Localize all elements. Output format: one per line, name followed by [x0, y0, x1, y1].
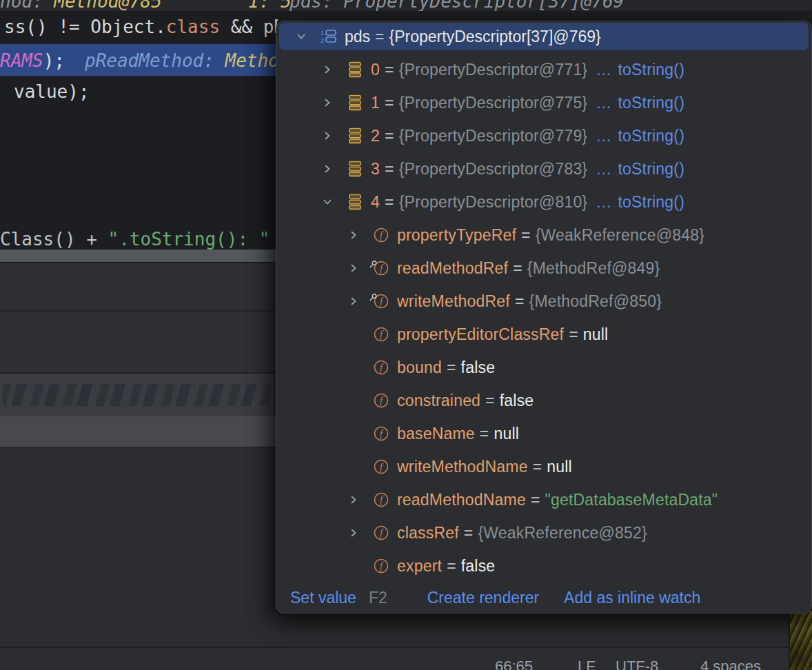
set-value-link[interactable]: Set value: [290, 589, 356, 607]
field-icon: f: [371, 456, 392, 477]
svg-text:f: f: [380, 230, 384, 241]
variable-value: {WeakReference@852}: [478, 524, 647, 542]
variable-name: 0: [371, 61, 380, 79]
variable-name: bound: [397, 358, 442, 377]
variable-value: "getDatabaseMetaData": [545, 491, 718, 509]
tree-row[interactable]: fexpert=false: [276, 549, 811, 582]
chevron-placeholder: [346, 360, 361, 375]
variable-tree-rows: 0={PropertyDescriptor@771}…toString()1={…: [276, 53, 811, 582]
tree-row[interactable]: fpropertyEditorClassRef=null: [276, 318, 811, 351]
variable-value: {PropertyDescriptor@783}: [399, 160, 588, 179]
collapsed-ellipsis: …: [596, 193, 611, 212]
collapsed-ellipsis: …: [596, 160, 611, 179]
variable-name: 4: [371, 193, 380, 212]
add-inline-watch-link[interactable]: Add as inline watch: [564, 589, 700, 607]
tree-row[interactable]: 4={PropertyDescriptor@810}…toString(): [276, 185, 811, 219]
execution-point-line: RAMS); pReadMethod: Metho: [0, 44, 278, 76]
debug-panel-selected-row: [0, 374, 278, 416]
equals-sign: =: [480, 392, 500, 410]
chevron-placeholder: [346, 558, 361, 573]
tree-row[interactable]: 2={PropertyDescriptor@779}…toString(): [276, 119, 811, 152]
panel-divider[interactable]: [0, 250, 278, 263]
equals-sign: =: [380, 193, 399, 212]
tree-row[interactable]: fclassRef={WeakReference@852}: [276, 516, 811, 549]
svg-text:f: f: [380, 363, 384, 373]
collapsed-ellipsis: …: [596, 94, 611, 112]
equals-sign: =: [442, 557, 461, 576]
code-text: RAMS);: [0, 50, 65, 71]
tree-row[interactable]: 3={PropertyDescriptor@783}…toString(): [276, 152, 811, 185]
indent-widget[interactable]: 4 spaces: [700, 658, 761, 670]
equals-sign: =: [380, 61, 399, 79]
chevron-collapsed-icon[interactable]: [346, 492, 361, 507]
variable-value: {PropertyDescriptor@775}: [399, 94, 588, 112]
tree-row[interactable]: fwriteMethodRef={MethodRef@850}: [276, 285, 811, 318]
tree-row[interactable]: 0={PropertyDescriptor@771}…toString(): [276, 53, 811, 86]
tostring-link[interactable]: toString(): [618, 61, 684, 79]
variable-name: propertyTypeRef: [397, 226, 516, 245]
equals-sign: =: [380, 160, 399, 179]
chevron-collapsed-icon[interactable]: [346, 525, 361, 540]
variable-value: null: [547, 458, 572, 476]
tree-row[interactable]: 1={PropertyDescriptor@775}…toString(): [276, 86, 811, 119]
svg-text:f: f: [380, 296, 384, 307]
chevron-collapsed-icon[interactable]: [320, 161, 335, 176]
inline-debugger-hint: pReadMethod: Metho: [85, 50, 278, 71]
chevron-placeholder: [346, 426, 361, 441]
chevron-collapsed-icon[interactable]: [320, 95, 335, 110]
variable-name: 2: [371, 127, 380, 145]
array-element-icon: [345, 159, 365, 179]
chevron-collapsed-icon[interactable]: [346, 294, 361, 309]
tostring-link[interactable]: toString(): [618, 94, 684, 112]
svg-text:f: f: [380, 528, 384, 538]
chevron-collapsed-icon[interactable]: [346, 261, 361, 276]
field-icon: f: [371, 522, 392, 543]
chevron-expanded-icon[interactable]: [320, 194, 335, 210]
encoding-widget[interactable]: UTF-8: [616, 658, 658, 670]
status-bar: 66:65 LF UTF-8 4 spaces: [0, 647, 790, 670]
chevron-collapsed-icon[interactable]: [320, 62, 335, 77]
field-icon: f: [371, 324, 392, 345]
svg-text:f: f: [380, 263, 384, 274]
field-icon: f: [371, 556, 392, 576]
chevron-expanded-icon[interactable]: [294, 29, 309, 44]
tree-row[interactable]: freadMethodRef={MethodRef@849}: [276, 252, 811, 285]
popup-action-bar: Set value F2 Create renderer Add as inli…: [276, 582, 700, 613]
tree-row-root-selected[interactable]: 1 2 pds = {PropertyDescriptor[37]@769}: [279, 23, 809, 50]
equals-sign: =: [459, 524, 478, 542]
hint-value: Method@785: [54, 0, 162, 11]
cursor-position-widget[interactable]: 66:65: [495, 658, 533, 670]
tree-row[interactable]: fpropertyTypeRef={WeakReference@848}: [276, 219, 811, 252]
tostring-link[interactable]: toString(): [618, 193, 684, 212]
equals-sign: =: [475, 425, 494, 443]
create-renderer-link[interactable]: Create renderer: [427, 589, 539, 607]
variable-value: null: [583, 325, 609, 344]
variable-value: {WeakReference@848}: [536, 226, 704, 245]
collapsed-ellipsis: …: [596, 127, 611, 145]
debug-panel-row: [0, 312, 278, 374]
variable-name: constrained: [397, 392, 480, 410]
editor-hint-strip: hod: Method@785 1: 5 pds: PropertyDescri…: [0, 0, 812, 11]
svg-text:2: 2: [321, 37, 324, 44]
tree-row[interactable]: fbaseName=null: [276, 417, 811, 450]
variable-value: null: [494, 425, 519, 443]
field-icon: f: [371, 357, 392, 378]
variable-name: baseName: [397, 425, 475, 443]
variable-value: {MethodRef@849}: [527, 259, 660, 278]
tree-row[interactable]: fwriteMethodName=null: [276, 450, 811, 483]
chevron-collapsed-icon[interactable]: [346, 227, 361, 243]
equals-sign: =: [516, 226, 536, 245]
tree-row[interactable]: fbound=false: [276, 351, 811, 384]
tree-row[interactable]: fconstrained=false: [276, 384, 811, 417]
code-editor: ss() != Object.class && pR RAMS); pReadM…: [0, 11, 278, 250]
code-line: Class() + ".toString(): ": [0, 229, 270, 250]
chevron-collapsed-icon[interactable]: [320, 128, 335, 143]
line-separator-widget[interactable]: LF: [578, 658, 596, 670]
equals-sign: =: [528, 458, 547, 476]
tostring-link[interactable]: toString(): [618, 160, 684, 179]
tree-row[interactable]: freadMethodName="getDatabaseMetaData": [276, 483, 811, 516]
code-text: ss() != Object.: [4, 17, 166, 37]
tostring-link[interactable]: toString(): [618, 127, 684, 145]
variable-name: propertyEditorClassRef: [397, 325, 564, 344]
code-text: Class() +: [0, 229, 108, 250]
